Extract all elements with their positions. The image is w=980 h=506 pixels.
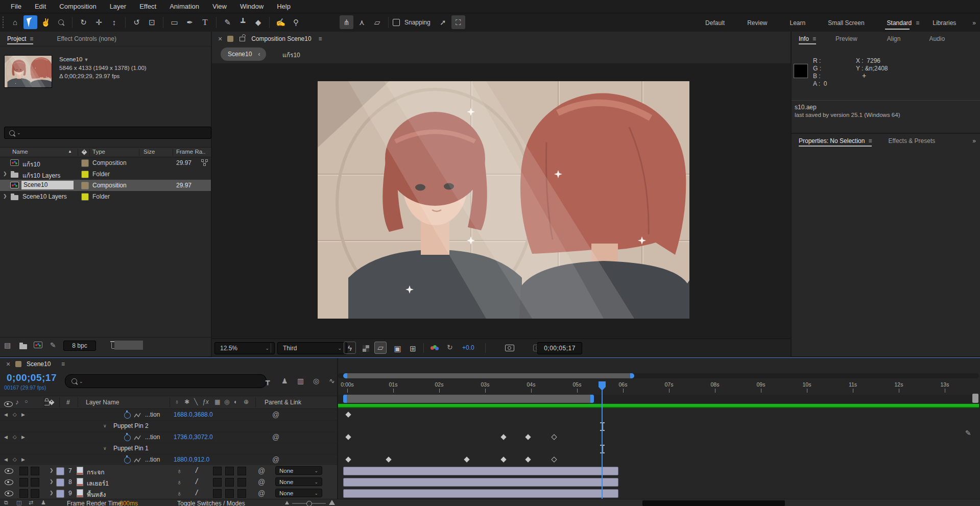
layer-color-swatch[interactable] <box>56 478 64 487</box>
menu-file[interactable]: File <box>4 3 28 10</box>
tab-info[interactable]: Info≡ <box>795 32 820 46</box>
layer-expander-icon[interactable]: ❯ <box>50 490 54 495</box>
graph-icon[interactable] <box>134 435 141 440</box>
type-tool[interactable]: T <box>198 15 212 29</box>
tab-project[interactable]: Project≡ <box>3 32 37 46</box>
column-name[interactable]: Name <box>12 149 28 155</box>
puppet-pin-tool[interactable]: ⚲ <box>289 15 303 29</box>
timeline-zoom-in-icon[interactable] <box>329 500 335 505</box>
interpret-footage-icon[interactable]: ▤ <box>4 342 11 349</box>
layer-name[interactable]: กระจก <box>87 467 104 477</box>
menu-view[interactable]: View <box>206 3 233 10</box>
graph-editor-icon[interactable]: ∿ <box>329 377 335 384</box>
add-keyframe-icon[interactable]: ◇ <box>13 434 17 440</box>
keyframe-icon[interactable] <box>345 434 351 440</box>
group-label[interactable]: Puppet Pin 1 <box>113 445 149 452</box>
shy-guy-icon[interactable]: ♟ <box>41 500 46 505</box>
panel-menu-icon[interactable]: ≡ <box>319 35 322 42</box>
property-row[interactable]: ◀ ◇ ▶ ...tion 1880.0,912.0 @ <box>0 454 337 466</box>
workspace-review[interactable]: Review <box>736 13 778 32</box>
layer-visibility-icon[interactable] <box>5 491 13 496</box>
keyframe-hollow-icon[interactable] <box>551 456 557 462</box>
timeline-zoom-out-icon[interactable] <box>285 501 289 504</box>
footer-scroll-thumb[interactable] <box>114 341 143 350</box>
color-depth-button[interactable]: 8 bpc <box>63 341 96 351</box>
frame-blending-icon[interactable]: ▥ <box>297 377 304 384</box>
motion-blur-well[interactable] <box>225 467 234 475</box>
property-row[interactable]: ◀ ◇ ▶ ...tion 1688.0,3688.0 @ <box>0 409 337 421</box>
render-queue-icon[interactable]: ⧉ <box>4 500 8 505</box>
panel-menu-icon[interactable]: ≡ <box>812 35 816 42</box>
playhead-head[interactable] <box>599 381 606 391</box>
project-item-row-selected[interactable]: Scene10 Composition 29.97 <box>0 180 211 191</box>
comp-breadcrumb-parent[interactable]: แก้ร10 <box>282 50 300 60</box>
region-of-interest-icon[interactable]: ▱ <box>374 342 387 354</box>
keyframe-icon[interactable] <box>386 456 391 462</box>
sort-arrow-icon[interactable]: ▲ <box>68 149 72 154</box>
solo-column-icon[interactable]: ○ <box>25 399 28 404</box>
mask-feather-icon[interactable]: ➚ <box>436 15 450 29</box>
fast-preview-icon[interactable]: ϟ <box>344 342 356 354</box>
motion-blur-well[interactable] <box>225 478 234 487</box>
item-color-swatch[interactable] <box>81 193 89 201</box>
snapshot-camera-icon[interactable] <box>505 345 514 351</box>
label-color-icon[interactable] <box>81 149 87 155</box>
threed-well[interactable] <box>237 467 246 475</box>
layer-duration-bar[interactable] <box>343 489 618 498</box>
pick-whip-icon[interactable]: @ <box>272 411 279 418</box>
quality-switch[interactable]: ♁ <box>177 467 182 474</box>
menu-effect[interactable]: Effect <box>133 3 163 10</box>
column-layer-name[interactable]: Layer Name <box>86 399 119 406</box>
adjustment-icon[interactable]: ✎ <box>50 342 56 349</box>
stopwatch-icon[interactable] <box>124 412 131 419</box>
rotation-tool[interactable]: ↺ <box>130 15 144 29</box>
project-item-row[interactable]: ❯ แก้ร10 Layers Folder <box>0 168 211 180</box>
column-number[interactable]: # <box>66 399 70 406</box>
timeline-search-input[interactable]: ⌄ <box>65 374 267 388</box>
draft-quality-switch[interactable]: / <box>196 489 198 497</box>
new-composition-icon[interactable] <box>34 342 42 348</box>
timeline-color-swatch[interactable] <box>15 361 21 367</box>
layer-expander-icon[interactable]: ❯ <box>50 468 54 473</box>
layer-row[interactable]: ❯ 9 พื้นหลัง ♁ / @ None⌄ <box>0 488 337 499</box>
tab-effect-controls[interactable]: Effect Controls (none) <box>53 32 121 46</box>
solo-well[interactable] <box>31 478 39 487</box>
motion-blur-icon[interactable]: ◎ <box>313 377 319 384</box>
parent-select[interactable]: None⌄ <box>275 489 322 497</box>
stopwatch-icon[interactable] <box>124 457 131 464</box>
magnification-select[interactable]: 12.5%⌄ <box>214 342 275 354</box>
in-out-points-icon[interactable]: ⇄ <box>29 500 33 505</box>
stopwatch-icon[interactable] <box>124 435 131 441</box>
layer-name[interactable]: เลเยอร์1 <box>87 478 109 488</box>
property-value[interactable]: 1688.0,3688.0 <box>174 411 213 418</box>
workspace-libraries[interactable]: Libraries <box>921 13 967 32</box>
flowchart-icon[interactable]: ◫ <box>16 500 21 505</box>
current-timecode[interactable]: 0;00;05;17 <box>7 372 57 383</box>
comp-timecode[interactable]: 0;00;05;17 <box>537 342 582 354</box>
label-color-icon[interactable] <box>49 399 55 405</box>
lock-open-icon[interactable] <box>240 37 245 41</box>
comp-breadcrumb-pill[interactable]: Scene10‹ <box>221 47 266 61</box>
snap-bounds-icon[interactable]: ⛶ <box>451 15 465 29</box>
motion-blur-well[interactable] <box>225 489 234 498</box>
graph-icon[interactable] <box>134 457 141 463</box>
solo-well[interactable] <box>31 467 39 475</box>
group-label[interactable]: Puppet Pin 2 <box>113 422 149 429</box>
timeline-hscroll-thumb[interactable] <box>642 500 785 506</box>
pen-tool[interactable]: ✒ <box>183 15 197 29</box>
next-keyframe-icon[interactable]: ▶ <box>21 435 25 440</box>
menu-animation[interactable]: Animation <box>163 3 206 10</box>
audio-well[interactable] <box>19 478 28 487</box>
rectangle-tool[interactable]: ▭ <box>168 15 181 29</box>
tab-preview[interactable]: Preview <box>831 32 862 46</box>
project-item-row[interactable]: แก้ร10 Composition 29.97 <box>0 157 211 168</box>
column-type[interactable]: Type <box>92 149 105 155</box>
quality-switch[interactable]: ♁ <box>177 478 182 486</box>
column-parent-link[interactable]: Parent & Link <box>265 399 301 406</box>
keyframe-icon[interactable] <box>345 412 351 417</box>
item-color-swatch[interactable] <box>81 171 89 178</box>
property-row[interactable]: ◀ ◇ ▶ ...tion 1736.0,3072.0 @ <box>0 431 337 443</box>
property-label[interactable]: ...tion <box>145 456 160 463</box>
column-frame-rate[interactable]: Frame Ra.. <box>176 149 206 155</box>
local-axis-mode-button[interactable]: ⋔ <box>340 15 353 29</box>
